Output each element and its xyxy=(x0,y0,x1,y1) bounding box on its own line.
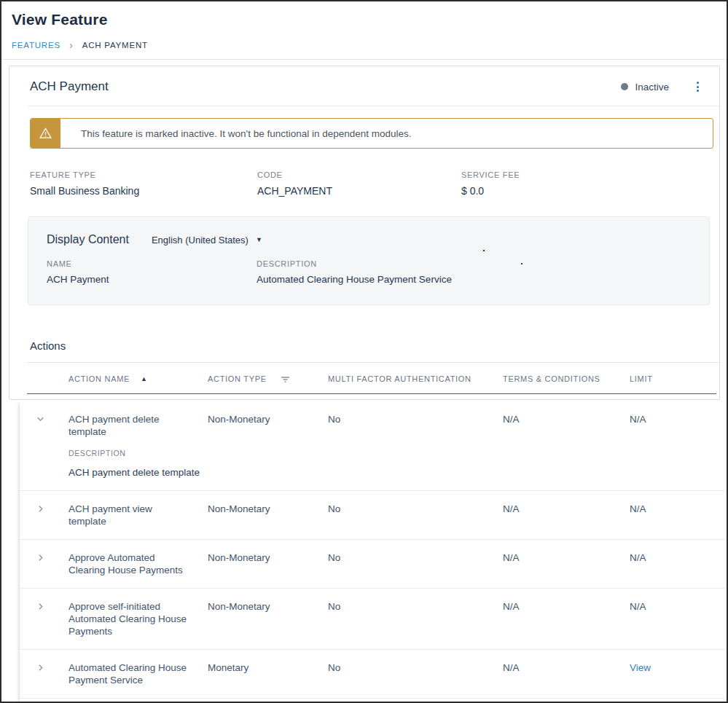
column-mfa: MULTI FACTOR AUTHENTICATION xyxy=(328,374,503,383)
stray-dot xyxy=(521,263,522,264)
inactive-warning-banner: This feature is marked inactive. It won'… xyxy=(30,118,713,149)
row-description-label: DESCRIPTION xyxy=(69,447,708,460)
action-type-cell: Non-Monetary xyxy=(208,503,328,527)
action-name-cell: Approve self-initiated Automated Clearin… xyxy=(69,600,208,637)
terms-cell: N/A xyxy=(503,661,630,686)
card-header-divider xyxy=(28,106,719,106)
action-type-cell: Non-Monetary xyxy=(208,413,328,438)
service-fee-label: SERVICE FEE xyxy=(461,170,699,179)
mfa-cell: No xyxy=(328,551,503,576)
code-label: CODE xyxy=(257,170,461,179)
column-terms: TERMS & CONDITIONS xyxy=(503,374,630,383)
terms-cell: N/A xyxy=(503,600,630,637)
display-content-panel: Display Content English (United States) … xyxy=(28,216,710,305)
terms-cell: N/A xyxy=(503,413,630,438)
field-feature-type: FEATURE TYPE Small Business Banking xyxy=(30,170,257,197)
terms-cell: N/A xyxy=(503,551,630,576)
action-type-cell: Non-Monetary xyxy=(208,551,328,576)
sort-ascending-icon[interactable]: ▲ xyxy=(141,375,148,382)
status-label: Inactive xyxy=(635,82,669,93)
actions-table-header: ACTION NAME ▲ ACTION TYPE MULTI FACTOR A… xyxy=(27,363,716,394)
display-name-label: NAME xyxy=(47,259,257,268)
field-code: CODE ACH_PAYMENT xyxy=(257,170,461,197)
limit-cell: N/A xyxy=(630,503,725,527)
expand-row-chevron-right-icon[interactable] xyxy=(20,551,69,576)
expand-row-chevron-right-icon[interactable] xyxy=(20,503,69,527)
action-name-cell: Automated Clearing House Payment Service xyxy=(69,661,208,686)
field-service-fee: SERVICE FEE $ 0.0 xyxy=(461,170,699,197)
warning-triangle-icon xyxy=(31,119,60,148)
mfa-cell: No xyxy=(328,661,503,686)
display-name-value: ACH Payment xyxy=(47,274,257,285)
actions-section-title: Actions xyxy=(30,339,699,352)
expand-row-chevron-right-icon[interactable] xyxy=(20,661,69,686)
code-value: ACH_PAYMENT xyxy=(257,185,461,197)
field-display-description: DESCRIPTION Automated Clearing House Pay… xyxy=(257,259,709,285)
limit-cell: N/A xyxy=(630,413,725,438)
display-description-value: Automated Clearing House Payment Service xyxy=(257,274,709,285)
header-divider xyxy=(1,59,727,60)
feature-type-label: FEATURE TYPE xyxy=(30,170,257,179)
mfa-cell: No xyxy=(328,600,503,637)
action-name-header-label: ACTION NAME xyxy=(69,374,130,383)
row-description-value: ACH payment delete template xyxy=(69,466,708,479)
display-content-fields: NAME ACH Payment DESCRIPTION Automated C… xyxy=(47,259,709,285)
display-content-title: Display Content xyxy=(47,233,129,246)
language-value: English (United States) xyxy=(152,235,248,246)
mfa-cell: No xyxy=(328,413,503,438)
view-feature-page: View Feature FEATURES › ACH PAYMENT ACH … xyxy=(0,0,728,703)
status-badge: Inactive xyxy=(621,82,669,93)
more-options-kebab-icon[interactable] xyxy=(691,79,705,95)
column-action-type: ACTION TYPE xyxy=(208,374,328,383)
feature-card-header: ACH Payment Inactive xyxy=(9,66,719,106)
table-row[interactable]: ACH payment delete template Non-Monetary… xyxy=(20,401,725,491)
table-row[interactable]: Approve Automated Clearing House Payment… xyxy=(20,540,725,589)
column-action-name: ACTION NAME ▲ xyxy=(69,374,208,383)
limit-cell: N/A xyxy=(630,551,725,576)
table-row[interactable]: Approve self-initiated Automated Clearin… xyxy=(20,589,725,650)
breadcrumb-current: ACH PAYMENT xyxy=(82,41,148,50)
row-description-block: DESCRIPTION ACH payment delete template xyxy=(69,447,725,479)
action-name-cell: Approve Automated Clearing House Payment… xyxy=(69,551,208,576)
breadcrumb-features-link[interactable]: FEATURES xyxy=(12,41,60,50)
field-display-name: NAME ACH Payment xyxy=(47,259,257,285)
actions-table-body: ACH payment delete template Non-Monetary… xyxy=(20,401,725,703)
action-name-cell: ACH payment view template xyxy=(69,503,208,527)
display-description-label: DESCRIPTION xyxy=(257,259,709,268)
table-row[interactable]: ACH payment view template Non-Monetary N… xyxy=(20,491,725,540)
feature-card: ACH Payment Inactive This feature is mar… xyxy=(9,66,720,400)
header-spacer xyxy=(27,374,69,383)
feature-type-value: Small Business Banking xyxy=(30,185,257,197)
stray-dot xyxy=(483,250,485,251)
action-type-cell: Non-Monetary xyxy=(208,600,328,637)
column-limit: LIMIT xyxy=(630,374,716,383)
view-limit-link[interactable]: View xyxy=(630,662,651,673)
limit-cell: View xyxy=(630,661,725,686)
breadcrumb: FEATURES › ACH PAYMENT xyxy=(12,41,716,50)
page-title: View Feature xyxy=(12,11,716,28)
feature-name: ACH Payment xyxy=(30,79,109,94)
action-name-cell: ACH payment delete template xyxy=(69,413,208,438)
action-type-header-label: ACTION TYPE xyxy=(208,374,267,383)
language-selector[interactable]: English (United States) ▼ xyxy=(152,235,262,246)
chevron-down-icon: ▼ xyxy=(256,236,262,243)
limit-cell: N/A xyxy=(630,600,725,637)
warning-message: This feature is marked inactive. It won'… xyxy=(60,128,412,139)
table-row[interactable]: Automated Clearing House Payment Service… xyxy=(20,650,725,699)
service-fee-value: $ 0.0 xyxy=(461,185,699,197)
mfa-cell: No xyxy=(328,503,503,527)
page-header: View Feature FEATURES › ACH PAYMENT xyxy=(1,1,727,50)
filter-icon[interactable] xyxy=(281,375,290,383)
collapse-row-chevron-down-icon[interactable] xyxy=(20,413,69,438)
status-dot-icon xyxy=(621,83,628,90)
table-row[interactable]: View history of Automated Clearing House… xyxy=(20,699,725,703)
action-type-cell: Monetary xyxy=(208,661,328,686)
breadcrumb-separator-icon: › xyxy=(69,42,74,49)
display-content-header: Display Content English (United States) … xyxy=(47,233,709,246)
feature-fields: FEATURE TYPE Small Business Banking CODE… xyxy=(30,170,699,197)
expand-row-chevron-right-icon[interactable] xyxy=(20,600,69,637)
terms-cell: N/A xyxy=(503,503,630,527)
